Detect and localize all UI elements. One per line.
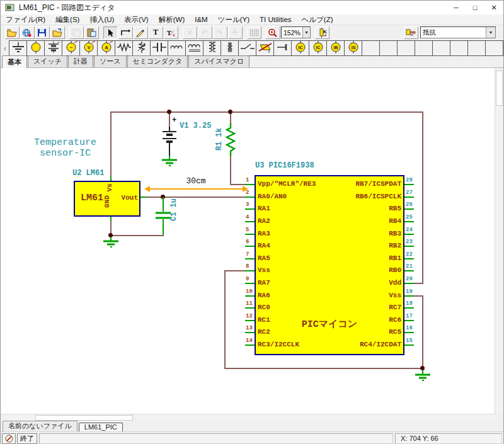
last-component-button[interactable]: K	[315, 26, 329, 39]
distance-arrow[interactable]	[149, 188, 243, 190]
resistor-r1[interactable]	[225, 123, 236, 156]
save-button[interactable]	[35, 26, 50, 39]
lm61-ref-label[interactable]: U2 LM61	[72, 169, 104, 178]
lm61-component[interactable]: LM61 Vs GND Vout	[74, 181, 140, 217]
pic-pin-stub[interactable]	[404, 208, 414, 210]
resistor-label[interactable]: R1 1k	[215, 125, 224, 153]
wire-tool-button[interactable]	[118, 26, 133, 39]
zoom-button[interactable]	[266, 26, 280, 39]
text-tool-button[interactable]: T	[149, 26, 163, 39]
rheostat-button[interactable]	[132, 40, 151, 56]
maximize-button[interactable]: □	[466, 1, 484, 14]
open-folder-button[interactable]	[50, 26, 65, 39]
battery-v1[interactable]	[161, 127, 178, 158]
wire-pin8-left[interactable]	[224, 270, 246, 271]
ammeter-button[interactable]: A	[97, 40, 115, 56]
coupled-inductors-button[interactable]: M	[203, 40, 221, 56]
pic-pin-stub[interactable]	[245, 332, 255, 333]
pic-pin-stub[interactable]	[245, 320, 255, 321]
pic-pin-stub[interactable]	[404, 221, 414, 222]
pic-pin-stub[interactable]	[404, 320, 414, 321]
wire-vss-down[interactable]	[224, 270, 226, 369]
ic-vc-plus-button[interactable]: +-IC	[309, 40, 327, 56]
pic-pin-stub[interactable]	[245, 283, 255, 284]
move-button[interactable]: ✛	[228, 26, 243, 39]
toolbar-scroll-left-icon[interactable]: ‹	[1, 41, 9, 56]
pic-pin-stub[interactable]	[245, 246, 255, 247]
pic-pin-stub[interactable]	[404, 270, 414, 271]
ground-symbol[interactable]	[103, 237, 119, 248]
generator-button[interactable]: ~	[62, 40, 80, 56]
pic-pin-stub[interactable]	[404, 258, 414, 259]
pic-pin-stub[interactable]	[245, 258, 255, 259]
wire-top-rail[interactable]	[111, 111, 423, 113]
pic-pin-stub[interactable]	[245, 307, 255, 309]
wire-bottom-rail[interactable]	[224, 368, 423, 369]
pic-pin-stub[interactable]	[245, 221, 255, 222]
menu-item-4[interactable]: 解析(W)	[154, 14, 190, 25]
menu-item-6[interactable]: ツール(Y)	[213, 14, 255, 25]
battery-button[interactable]: +	[44, 40, 62, 56]
pic-pin-stub[interactable]	[245, 295, 255, 297]
capacitor-label[interactable]: C1 1u	[169, 196, 178, 224]
terminal-button[interactable]	[273, 40, 292, 56]
pic-ref-label[interactable]: U3 PIC16F1938	[255, 161, 314, 170]
component-tab-1[interactable]: スイッチ	[28, 55, 67, 67]
hscroll-thumb[interactable]	[35, 415, 133, 421]
pic-pin-stub[interactable]	[245, 208, 255, 210]
pencil-tool-button[interactable]	[134, 26, 148, 39]
pic-pin-stub[interactable]	[245, 184, 255, 185]
pic-pin-stub[interactable]	[404, 283, 414, 284]
paste-button[interactable]	[84, 26, 99, 39]
text-format-tool-button[interactable]: T⁄₄	[164, 26, 178, 39]
pic-pin-stub[interactable]	[245, 196, 255, 198]
document-tab-0[interactable]: 名前のないファイル	[3, 421, 77, 431]
combo-dropdown-icon[interactable]: ▼	[486, 27, 495, 38]
component-tab-5[interactable]: スパイスマクロ	[188, 55, 249, 67]
component-tab-0[interactable]: 基本	[2, 55, 27, 68]
vertical-scrollbar[interactable]	[495, 68, 503, 414]
ic-vc-button[interactable]: IC	[291, 40, 309, 56]
grid-toggle-button[interactable]	[247, 26, 261, 39]
component-pick-button[interactable]	[404, 26, 418, 39]
switch-button[interactable]	[238, 40, 256, 56]
component-tab-4[interactable]: セミコンダクタ	[127, 55, 188, 67]
capacitor-button[interactable]	[150, 40, 168, 56]
wire-vss19-down[interactable]	[422, 295, 423, 369]
ic-ib-button[interactable]: IB	[326, 40, 345, 56]
pic-pin-stub[interactable]	[404, 234, 414, 235]
voltmeter-button[interactable]: V	[79, 40, 98, 56]
schematic-canvas[interactable]: Temperature sensor-IC	[1, 68, 496, 414]
open-file-button[interactable]	[5, 26, 20, 39]
ic-is-button[interactable]: +-IS	[344, 40, 362, 56]
select-tool-button[interactable]	[103, 26, 118, 39]
transformer-button[interactable]	[220, 40, 239, 56]
capacitor-c1[interactable]	[156, 197, 171, 236]
pic-pin-stub[interactable]	[245, 270, 255, 271]
menu-item-8[interactable]: ヘルプ(Z)	[297, 14, 338, 25]
pic-pin-stub[interactable]	[404, 246, 414, 247]
triac-button[interactable]	[256, 40, 274, 56]
cut-button[interactable]: ✕	[183, 26, 197, 39]
open-project-button[interactable]	[20, 26, 35, 39]
pic-pin-stub[interactable]	[404, 184, 414, 185]
ground-button[interactable]	[9, 40, 27, 56]
undo-button[interactable]: ↶	[198, 26, 212, 39]
pic-pin-stub[interactable]	[404, 196, 414, 198]
wire-vs-drop[interactable]	[110, 111, 112, 177]
component-tab-3[interactable]: ソース	[94, 55, 127, 67]
resistor-button[interactable]	[115, 40, 133, 56]
pic-pin-stub[interactable]	[404, 344, 414, 346]
menu-item-7[interactable]: TI Utilities	[255, 15, 296, 24]
voltage-source-button[interactable]	[26, 40, 45, 56]
menu-item-0[interactable]: ファイル(R)	[1, 14, 50, 25]
abort-button[interactable]	[2, 433, 16, 444]
redo-button[interactable]: ↷	[213, 26, 227, 39]
wire-vdd-right[interactable]	[422, 111, 423, 284]
battery-label[interactable]: V1 3.25	[180, 122, 211, 130]
pic-pin-stub[interactable]	[404, 332, 414, 333]
component-tab-2[interactable]: 計器	[68, 55, 93, 67]
copy-button[interactable]	[69, 26, 84, 39]
wire-r1-bottom[interactable]	[230, 155, 231, 185]
menu-item-3[interactable]: 表示(V)	[119, 14, 153, 25]
